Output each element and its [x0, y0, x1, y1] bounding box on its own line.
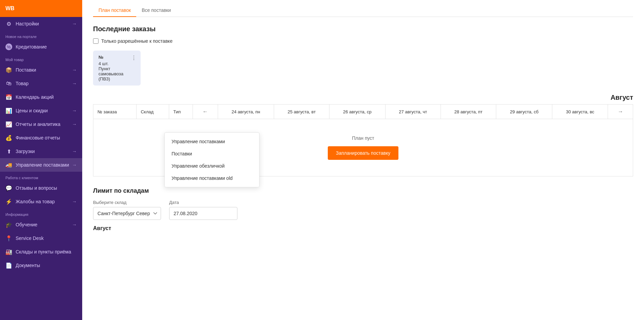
tab-all[interactable]: Все поставки — [136, 4, 176, 17]
card-type: Пункт самовывоза (ПВЗ) — [99, 66, 135, 81]
date-input[interactable] — [169, 207, 237, 220]
prices-icon: 📊 — [5, 107, 12, 114]
sidebar-label-postavki: Поставки — [16, 67, 36, 73]
sidebar-label-krediting: Кредитование — [16, 44, 47, 50]
col-27: 27 августа, чт — [385, 105, 441, 119]
sidebar-item-documents[interactable]: 📄 Документы — [0, 259, 82, 272]
section-label-client: Работа с клиентом — [0, 172, 82, 181]
sidebar-label-servicedesk: Service Desk — [16, 236, 43, 241]
limit-row: Выберите склад Санкт-Петербург Север Дат… — [93, 200, 633, 220]
tovar-icon: 🛍 — [5, 80, 12, 87]
col-nav-right[interactable]: → — [608, 105, 633, 119]
section-label-info: Информация — [0, 208, 82, 218]
col-order-num: № заказа — [93, 105, 137, 119]
sidebar-item-krediting[interactable]: % Кредитование — [0, 40, 82, 54]
sidebar-label-reviews: Отзывы и вопросы — [16, 185, 57, 191]
sidebar-item-servicedesk[interactable]: 📍 Service Desk — [0, 231, 82, 245]
complaints-icon: ⚡ — [5, 198, 12, 205]
sidebar-item-prices[interactable]: 📊 Цены и скидки → — [0, 104, 82, 117]
checkbox-label: Только разрешённые к поставке — [101, 38, 173, 44]
arrow-icon-2: → — [72, 67, 77, 73]
sidebar-label-prices: Цены и скидки — [16, 108, 48, 113]
sidebar-item-calendar[interactable]: 📅 Календарь акций — [0, 90, 82, 104]
supply-dropdown: Управление поставками Поставки Управлени… — [164, 132, 260, 187]
calendar-next-button[interactable]: → — [616, 109, 625, 115]
arrow-icon-9: → — [72, 222, 77, 227]
sidebar-logo: WB — [0, 0, 82, 17]
month-label: Август — [93, 94, 633, 101]
tab-plan[interactable]: План поставок — [93, 4, 136, 17]
arrow-icon-5: → — [72, 121, 77, 127]
calendar-prev-button[interactable]: ← — [200, 109, 210, 115]
col-25: 25 августа, вт — [274, 105, 329, 119]
sidebar-label-calendar: Календарь акций — [16, 94, 54, 100]
dropdown-item-supply[interactable]: Поставки — [165, 148, 259, 160]
august-section-label: Август — [93, 225, 633, 231]
col-28: 28 августа, пт — [441, 105, 496, 119]
calendar-icon: 📅 — [5, 94, 12, 100]
warehouse-group: Выберите склад Санкт-Петербург Север — [93, 200, 161, 220]
section-label-mygoods: Мой товар — [0, 54, 82, 63]
tabs-bar: План поставок Все поставки — [93, 0, 633, 17]
sidebar-item-warehouses[interactable]: 🏭 Склады и пункты приёма — [0, 245, 82, 259]
schedule-supply-button[interactable]: Запланировать поставку — [328, 146, 398, 160]
allowed-only-checkbox[interactable] — [93, 38, 99, 44]
sidebar-item-tovar[interactable]: 🛍 Товар → — [0, 77, 82, 90]
reports-icon: 📈 — [5, 121, 12, 128]
sidebar-item-reviews[interactable]: 💬 Отзывы и вопросы — [0, 181, 82, 195]
dropdown-item-faceless[interactable]: Управление обезличкой — [165, 160, 259, 172]
arrow-icon: → — [72, 21, 77, 26]
col-26: 26 августа, ср — [329, 105, 385, 119]
sidebar-label-complaints: Жалобы на товар — [16, 199, 55, 204]
card-dots-button[interactable]: ⋮ — [131, 55, 137, 61]
sidebar-label-finance: Финансовые отчеты — [16, 135, 60, 140]
date-label: Дата — [169, 200, 237, 205]
col-type: Тип — [169, 105, 193, 119]
empty-plan-text: План пуст — [352, 135, 374, 141]
warehouses-icon: 🏭 — [5, 248, 12, 255]
col-warehouse: Склад — [137, 105, 169, 119]
arrow-icon-8: → — [72, 199, 77, 204]
warehouse-label: Выберите склад — [93, 200, 161, 205]
sidebar-item-manage-supply[interactable]: 🚚 Управление поставками → — [0, 158, 82, 172]
col-30: 30 августа, вс — [552, 105, 608, 119]
card-num: № — [99, 55, 135, 60]
settings-icon: ⚙ — [5, 20, 12, 27]
date-group: Дата — [169, 200, 237, 220]
sidebar-label-documents: Документы — [16, 263, 40, 268]
warehouse-select[interactable]: Санкт-Петербург Север — [93, 207, 161, 220]
sidebar-item-postavki[interactable]: 📦 Поставки → — [0, 63, 82, 77]
sidebar-label-manage-supply: Управление поставками — [16, 162, 69, 168]
sidebar-label-warehouses: Склады и пункты приёма — [16, 249, 71, 255]
documents-icon: 📄 — [5, 262, 12, 269]
col-29: 29 августа, сб — [496, 105, 552, 119]
sidebar-item-uploads[interactable]: ⬆ Загрузки → — [0, 145, 82, 158]
manage-supply-icon: 🚚 — [5, 162, 12, 168]
sidebar-label-uploads: Загрузки — [16, 149, 35, 154]
arrow-icon-6: → — [72, 149, 77, 154]
arrow-icon-7: → — [72, 162, 77, 168]
dropdown-item-manage-supply[interactable]: Управление поставками — [165, 135, 259, 148]
order-card: № ⋮ 4 шт. Пункт самовывоза (ПВЗ) — [93, 51, 141, 86]
checkbox-row: Только разрешённые к поставке — [93, 38, 633, 44]
sidebar-label-tovar: Товар — [16, 81, 29, 86]
sidebar: WB ⚙ Настройки → Новое на портале % Кред… — [0, 0, 82, 320]
sidebar-label-education: Обучение — [16, 222, 37, 227]
sidebar-item-reports[interactable]: 📈 Отчеты и аналитика → — [0, 117, 82, 131]
col-24: 24 августа, пн — [218, 105, 274, 119]
sidebar-item-settings[interactable]: ⚙ Настройки → — [0, 17, 82, 31]
krediting-icon: % — [5, 43, 12, 50]
education-icon: 🎓 — [5, 221, 12, 228]
sidebar-item-education[interactable]: 🎓 Обучение → — [0, 218, 82, 231]
card-quantity: 4 шт. — [99, 61, 135, 66]
arrow-icon-3: → — [72, 81, 77, 86]
servicedesk-icon: 📍 — [5, 235, 12, 242]
section-title: Последние заказы — [93, 25, 633, 33]
finance-icon: 💰 — [5, 134, 12, 141]
col-nav-left[interactable]: ← — [193, 105, 218, 119]
logo-text: WB — [5, 5, 15, 12]
sidebar-item-complaints[interactable]: ⚡ Жалобы на товар → — [0, 195, 82, 208]
dropdown-item-supply-old[interactable]: Управление поставками old — [165, 172, 259, 184]
sidebar-item-finance[interactable]: 💰 Финансовые отчеты — [0, 131, 82, 145]
postavki-icon: 📦 — [5, 67, 12, 73]
